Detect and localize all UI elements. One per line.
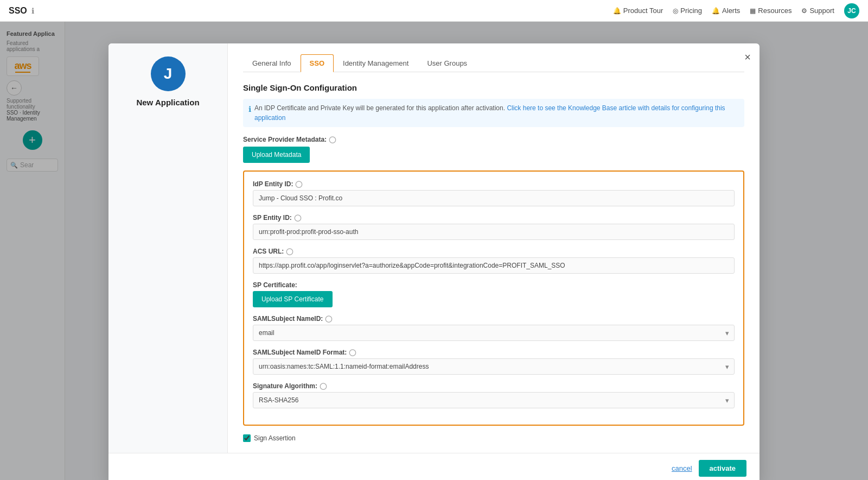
tab-sso[interactable]: SSO xyxy=(301,54,334,72)
idp-entity-id-input[interactable] xyxy=(253,190,735,206)
upload-sp-cert-button[interactable]: Upload SP Certificate xyxy=(253,291,333,307)
info-banner-icon: ℹ xyxy=(248,104,251,115)
metadata-label: Service Provider Metadata: ◯ xyxy=(243,136,744,143)
tab-general-info[interactable]: General Info xyxy=(243,54,301,72)
sign-assertion-row: Sign Assertion xyxy=(243,434,744,442)
cancel-button[interactable]: cancel xyxy=(672,464,692,472)
acs-url-help[interactable]: ◯ xyxy=(286,248,293,255)
info-icon[interactable]: ℹ xyxy=(31,7,34,15)
dialog-footer: cancel activate xyxy=(108,453,760,480)
saml-subject-select-wrapper: email xyxy=(253,325,735,341)
support-icon: ⚙ xyxy=(801,7,807,15)
dialog-avatar: J xyxy=(151,56,186,91)
info-banner-text: An IDP Certificate and Private Key will … xyxy=(254,103,739,123)
sp-cert-group: SP Certificate: Upload SP Certificate xyxy=(253,281,735,307)
sp-entity-id-group: SP Entity ID: ◯ xyxy=(253,214,735,240)
top-nav-left: SSO ℹ xyxy=(9,6,34,16)
dialog-left-panel: J New Application xyxy=(108,43,228,453)
idp-entity-id-group: IdP Entity ID: ◯ xyxy=(253,180,735,206)
saml-subject-select[interactable]: email xyxy=(253,325,735,341)
saml-subject-label: SAMLSubject NameID: ◯ xyxy=(253,315,735,323)
pricing-icon: ◎ xyxy=(673,7,678,15)
sign-assertion-label: Sign Assertion xyxy=(254,434,296,442)
alerts-link[interactable]: 🔔Alerts xyxy=(712,7,740,15)
top-nav: SSO ℹ 🔔Product Tour ◎Pricing 🔔Alerts ▦Re… xyxy=(0,0,868,22)
close-button[interactable]: × xyxy=(744,51,751,64)
sso-dialog: × J New Application General Info SSO Ide… xyxy=(108,43,760,480)
sp-cert-label: SP Certificate: xyxy=(253,281,735,289)
orange-section: IdP Entity ID: ◯ SP Entity ID: ◯ xyxy=(243,170,744,426)
metadata-help-icon[interactable]: ◯ xyxy=(329,136,336,143)
sig-algo-select[interactable]: RSA-SHA256 RSA-SHA1 xyxy=(253,392,735,408)
main-layout: Featured Applica Featured applications a… xyxy=(0,22,868,480)
saml-format-select-wrapper: urn:oasis:names:tc:SAML:1.1:nameid-forma… xyxy=(253,358,735,375)
sig-algo-group: Signature Algorithm: ◯ RSA-SHA256 RSA-SH… xyxy=(253,382,735,408)
sig-algo-help[interactable]: ◯ xyxy=(320,382,327,390)
idp-entity-id-label: IdP Entity ID: ◯ xyxy=(253,180,735,188)
dialog-app-name: New Application xyxy=(136,98,199,107)
tab-bar: General Info SSO Identity Management Use… xyxy=(243,54,744,72)
dialog-right-panel: General Info SSO Identity Management Use… xyxy=(228,43,760,453)
section-title: Single Sign-On Configuration xyxy=(243,83,744,92)
sp-entity-id-label: SP Entity ID: ◯ xyxy=(253,214,735,222)
tour-icon: 🔔 xyxy=(613,7,621,15)
saml-format-group: SAMLSubject NameID Format: ◯ urn:oasis:n… xyxy=(253,349,735,375)
sign-assertion-checkbox[interactable] xyxy=(243,434,251,442)
acs-url-group: ACS URL: ◯ xyxy=(253,248,735,274)
acs-url-input[interactable] xyxy=(253,257,735,274)
top-nav-right: 🔔Product Tour ◎Pricing 🔔Alerts ▦Resource… xyxy=(613,3,859,18)
saml-subject-help[interactable]: ◯ xyxy=(325,315,332,323)
dialog-inner: J New Application General Info SSO Ident… xyxy=(108,43,760,453)
dialog-overlay: × J New Application General Info SSO Ide… xyxy=(0,22,868,480)
avatar[interactable]: JC xyxy=(844,3,859,18)
saml-format-select[interactable]: urn:oasis:names:tc:SAML:1.1:nameid-forma… xyxy=(253,358,735,375)
acs-url-label: ACS URL: ◯ xyxy=(253,248,735,255)
idp-entity-id-help[interactable]: ◯ xyxy=(295,180,302,188)
sp-entity-id-input[interactable] xyxy=(253,224,735,240)
sp-entity-id-help[interactable]: ◯ xyxy=(294,214,301,222)
info-banner: ℹ An IDP Certificate and Private Key wil… xyxy=(243,99,744,127)
tab-identity-management[interactable]: Identity Management xyxy=(334,54,418,72)
saml-format-label: SAMLSubject NameID Format: ◯ xyxy=(253,349,735,356)
saml-format-help[interactable]: ◯ xyxy=(349,349,356,356)
alerts-icon: 🔔 xyxy=(712,7,720,15)
sig-algo-select-wrapper: RSA-SHA256 RSA-SHA1 xyxy=(253,392,735,408)
metadata-field-group: Service Provider Metadata: ◯ Upload Meta… xyxy=(243,136,744,163)
sig-algo-label: Signature Algorithm: ◯ xyxy=(253,382,735,390)
product-tour-link[interactable]: 🔔Product Tour xyxy=(613,7,663,15)
tab-user-groups[interactable]: User Groups xyxy=(418,54,476,72)
saml-subject-group: SAMLSubject NameID: ◯ email xyxy=(253,315,735,341)
pricing-link[interactable]: ◎Pricing xyxy=(673,7,702,15)
resources-link[interactable]: ▦Resources xyxy=(750,7,792,15)
resources-icon: ▦ xyxy=(750,7,756,15)
upload-metadata-button[interactable]: Upload Metadata xyxy=(243,147,310,163)
activate-button[interactable]: activate xyxy=(699,460,746,477)
app-title: SSO xyxy=(9,6,27,16)
support-link[interactable]: ⚙Support xyxy=(801,7,834,15)
